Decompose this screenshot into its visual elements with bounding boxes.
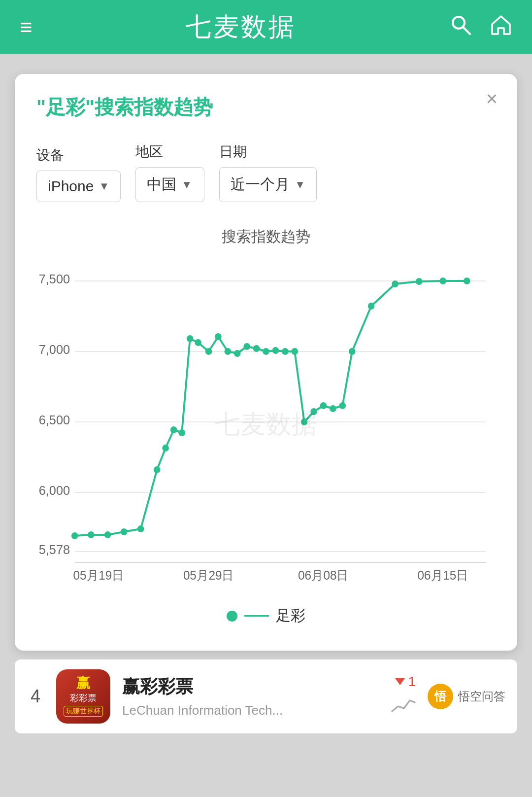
date-label: 日期 [219,142,317,161]
chart-container: 七麦数据 7,500 [36,257,496,592]
svg-text:7,500: 7,500 [39,272,70,286]
svg-point-41 [330,405,336,412]
svg-text:6,000: 6,000 [39,484,70,497]
app-header: ≡ 七麦数据 [0,0,532,54]
filter-row: 设备 iPhone ▼ 地区 中国 ▼ 日期 近一个月 ▼ [36,142,496,202]
main-background: × "足彩"搜索指数趋势 设备 iPhone ▼ 地区 中国 ▼ 日期 [0,54,532,797]
svg-point-40 [320,402,327,409]
svg-point-25 [178,429,185,436]
svg-point-28 [205,348,212,355]
region-select[interactable]: 中国 ▼ [135,167,204,202]
svg-point-47 [439,277,446,284]
list-rank: 4 [27,686,44,707]
svg-text:06月08日: 06月08日 [298,569,349,582]
svg-point-38 [301,418,308,425]
region-filter: 地区 中国 ▼ [135,142,204,202]
app-icon-text2: 彩彩票 [70,692,97,704]
wukong-logo: 悟 [428,684,453,709]
menu-icon[interactable]: ≡ [20,15,33,39]
app-icon: 赢 彩彩票 玩赚世界杯 [56,669,110,724]
modal-card: × "足彩"搜索指数趋势 设备 iPhone ▼ 地区 中国 ▼ 日期 [15,74,517,651]
svg-text:05月19日: 05月19日 [73,569,124,582]
svg-point-29 [215,333,222,340]
rank-change: 1 [395,674,416,690]
search-icon[interactable] [449,13,472,41]
svg-text:7,000: 7,000 [39,343,70,356]
wukong-text: 悟空问答 [458,689,505,704]
svg-point-22 [154,466,161,473]
svg-point-27 [195,339,201,346]
svg-point-45 [392,280,399,287]
device-select[interactable]: iPhone ▼ [36,171,121,202]
rank-change-value: 1 [408,674,416,690]
close-button[interactable]: × [486,89,498,108]
device-value: iPhone [48,178,94,195]
svg-text:6,500: 6,500 [39,413,70,427]
legend-dot [227,611,237,622]
svg-point-33 [253,345,260,352]
app-icon-inner: 赢 彩彩票 玩赚世界杯 [56,669,110,724]
svg-point-34 [263,348,269,355]
chart-legend: 足彩 [36,606,496,626]
svg-point-36 [282,348,289,355]
list-right: 1 [391,674,416,720]
svg-point-20 [121,528,128,535]
svg-point-31 [234,350,241,357]
region-arrow: ▼ [181,178,192,191]
svg-point-26 [187,335,194,342]
region-value: 中国 [147,174,176,195]
app-icon-text1: 赢 [76,676,90,690]
svg-point-19 [104,531,111,538]
svg-point-30 [225,348,232,355]
svg-point-23 [162,445,169,451]
date-arrow: ▼ [295,178,305,191]
device-arrow: ▼ [99,180,109,193]
legend-line [244,615,269,617]
chart-line [75,281,467,536]
modal-title: "足彩"搜索指数趋势 [36,94,496,121]
svg-point-17 [71,532,78,539]
app-sub: LeChuan Information Tech... [122,703,379,718]
rank-down-icon [395,678,405,685]
svg-point-32 [243,343,250,350]
app-icon-badge: 玩赚世界杯 [64,706,103,717]
trend-chart-icon[interactable] [391,695,416,720]
app-info: 赢彩彩票 LeChuan Information Tech... [122,675,379,718]
svg-point-18 [88,531,95,538]
svg-point-35 [272,347,279,354]
date-select[interactable]: 近一个月 ▼ [219,167,317,202]
svg-point-24 [170,426,177,433]
svg-point-39 [310,408,317,415]
svg-text:5,578: 5,578 [39,543,70,556]
device-label: 设备 [36,146,121,165]
svg-text:06月15日: 06月15日 [418,569,468,582]
svg-text:05月29日: 05月29日 [183,569,234,582]
svg-line-1 [463,27,470,34]
svg-point-48 [464,277,470,284]
home-icon[interactable] [490,13,512,41]
legend-label: 足彩 [276,606,305,626]
chart-svg: 7,500 7,000 6,500 6,000 5,578 05月19日 05月… [36,257,496,592]
svg-point-37 [291,348,298,355]
svg-point-44 [368,303,375,310]
svg-point-43 [349,348,356,355]
app-title: 七麦数据 [186,10,296,44]
svg-point-21 [137,525,144,532]
list-item: 4 赢 彩彩票 玩赚世界杯 赢彩彩票 LeChuan Information T… [15,659,517,733]
date-filter: 日期 近一个月 ▼ [219,142,317,202]
date-value: 近一个月 [231,174,290,195]
device-filter: 设备 iPhone ▼ [36,146,121,202]
platform-logo-area: 悟 悟空问答 [428,684,505,709]
region-label: 地区 [135,142,204,161]
app-name: 赢彩彩票 [122,675,379,699]
header-actions [449,13,512,41]
svg-point-46 [416,278,423,285]
svg-point-42 [339,402,346,409]
chart-title: 搜索指数趋势 [36,227,496,247]
